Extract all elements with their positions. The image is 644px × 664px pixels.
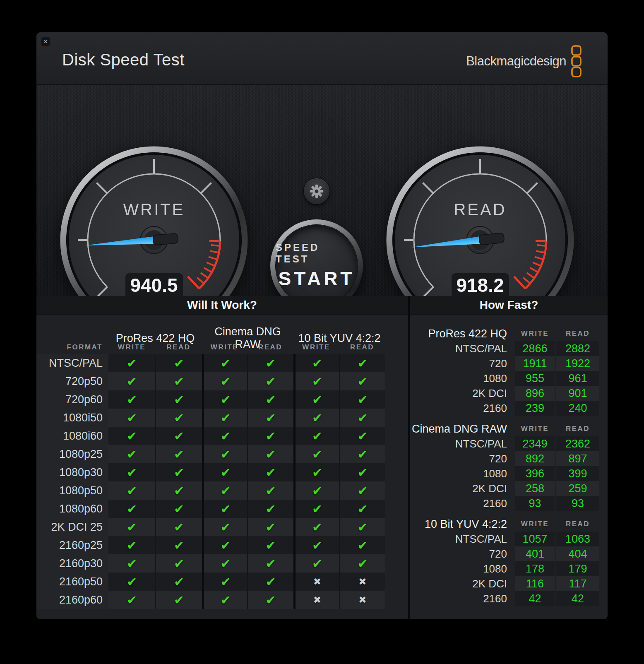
check-icon: ✔ [357,411,368,425]
format-cell: NTSC/PAL [410,532,514,546]
write-speed-cell: 396 [515,466,555,481]
close-icon: ✕ [43,38,48,45]
app-window: ✕ Disk Speed Test Blackmagicdesign [36,32,608,619]
read-speed-cell: 404 [556,546,599,561]
cross-icon: ✖ [358,576,366,587]
how-fast-group-header: 10 Bit YUV 4:2:2WRITEREAD [410,517,608,532]
check-icon: ✔ [357,520,368,534]
speed-row: 72019111922 [410,356,608,371]
write-speed-cell: 93 [515,496,555,511]
result-cell: ✔ [339,463,385,481]
result-cell: ✖ [293,591,339,609]
check-icon: ✔ [174,411,184,425]
format-cell: 2160 [410,496,514,511]
result-cell: ✔ [293,372,339,390]
check-icon: ✔ [174,429,184,443]
result-cell: ✔ [293,445,339,463]
write-speed-cell: 1057 [515,532,555,546]
read-speed-cell: 117 [556,576,599,591]
check-icon: ✔ [127,556,137,571]
page-title: Disk Speed Test [62,51,185,69]
check-icon: ✔ [312,502,322,516]
check-icon: ✔ [174,356,184,370]
will-it-work-panel: Will It Work? ProRes 422 HQ Cinema DNG R… [36,296,408,619]
result-cell: ✔ [108,427,155,445]
cross-icon: ✖ [358,594,366,605]
result-cell: ✔ [339,354,385,372]
speed-row: 1080396399 [410,466,608,481]
read-speed-cell: 399 [556,466,599,481]
format-cell: 720 [410,546,514,561]
results-section: Will It Work? ProRes 422 HQ Cinema DNG R… [36,296,608,619]
result-cell: ✔ [155,536,202,554]
check-icon: ✔ [127,411,137,425]
check-icon: ✔ [265,538,276,553]
settings-button[interactable] [304,178,329,204]
format-row: 720p50✔✔✔✔✔✔ [36,372,408,390]
read-speed-cell: 961 [556,371,599,386]
write-column-header: WRITE [293,343,339,351]
result-cell: ✔ [108,591,155,609]
check-icon: ✔ [174,502,184,516]
result-cell: ✔ [108,481,155,500]
how-fast-panel: How Fast? ProRes 422 HQWRITEREADNTSC/PAL… [410,296,608,619]
check-icon: ✔ [220,520,231,534]
check-icon: ✔ [174,374,184,389]
check-icon: ✔ [357,556,368,571]
check-icon: ✔ [357,484,368,498]
check-icon: ✔ [265,392,276,407]
result-cell: ✔ [247,445,293,463]
check-icon: ✔ [127,447,137,462]
read-speed-cell: 1063 [556,532,599,546]
format-row: 2160p30✔✔✔✔✔✔ [36,554,408,573]
check-icon: ✔ [265,575,276,589]
result-cell: ✔ [202,518,247,536]
check-icon: ✔ [265,429,276,443]
write-column-header: WRITE [108,343,155,351]
result-cell: ✔ [339,536,385,554]
speed-row: 1080955961 [410,371,608,386]
check-icon: ✔ [220,392,231,407]
format-cell: 1080p50 [36,481,108,500]
group-header: Cinema DNG RAW [410,423,514,435]
write-speed-cell: 2349 [515,436,555,451]
how-fast-groups: ProRes 422 HQWRITEREADNTSC/PAL2866288272… [410,326,608,606]
cross-icon: ✖ [313,576,321,587]
check-icon: ✔ [127,429,137,443]
format-cell: 2160 [410,591,514,606]
result-cell: ✔ [339,500,385,518]
result-cell: ✔ [202,372,247,390]
format-row: 2160p25✔✔✔✔✔✔ [36,536,408,554]
format-row: 1080i50✔✔✔✔✔✔ [36,409,408,427]
result-cell: ✔ [202,409,247,427]
group-header: 10 Bit YUV 4:2:2 [410,518,514,531]
read-speed-cell: 42 [556,591,599,606]
format-row: 1080p30✔✔✔✔✔✔ [36,463,408,481]
result-cell: ✔ [247,354,293,372]
result-cell: ✔ [202,554,247,573]
gauge-panel: WRITE 940.5 MB/s [36,85,608,296]
result-cell: ✔ [155,427,202,445]
result-cell: ✔ [247,500,293,518]
check-icon: ✔ [174,484,184,498]
format-cell: 1080i50 [36,409,108,427]
result-cell: ✔ [155,554,202,573]
result-cell: ✔ [155,390,202,409]
check-icon: ✔ [357,538,368,553]
result-cell: ✔ [108,372,155,390]
check-icon: ✔ [220,502,231,516]
result-cell: ✔ [247,591,293,609]
check-icon: ✔ [312,538,322,553]
result-cell: ✔ [339,372,385,390]
result-cell: ✔ [339,518,385,536]
result-cell: ✔ [108,573,155,591]
close-button[interactable]: ✕ [41,37,50,46]
check-icon: ✔ [127,538,137,553]
result-cell: ✔ [293,409,339,427]
result-cell: ✔ [247,481,293,500]
cross-icon: ✖ [313,594,321,605]
format-cell: 2K DCI [410,576,514,591]
result-cell: ✔ [247,463,293,481]
check-icon: ✔ [220,429,231,443]
result-cell: ✔ [155,591,202,609]
